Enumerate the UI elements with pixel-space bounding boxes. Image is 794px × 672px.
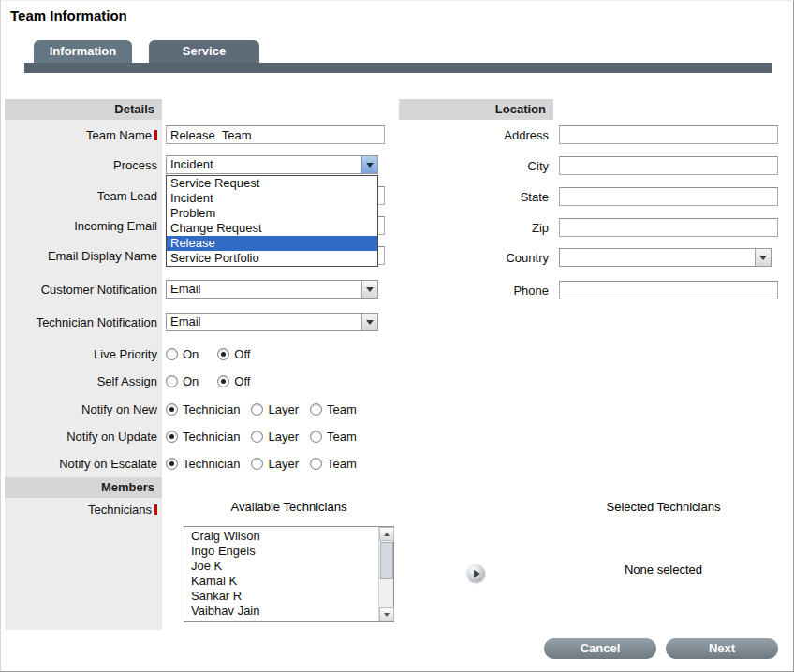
page-title: Team Information	[10, 7, 127, 23]
dropdown-arrow-icon	[755, 249, 771, 266]
cancel-button[interactable]: Cancel	[544, 638, 656, 659]
live-priority-radiogroup: On Off	[166, 344, 269, 363]
zip-input[interactable]	[559, 218, 778, 237]
label-text: Team Lead	[97, 189, 157, 203]
radio-label: Technician	[183, 430, 240, 444]
notify-on-update-team-radio[interactable]: Team	[310, 430, 357, 444]
address-input[interactable]	[559, 125, 778, 144]
notify-on-new-layer-radio[interactable]: Layer	[251, 402, 299, 416]
notify-on-new-technician-radio[interactable]: Technician	[166, 402, 240, 416]
label-text: Zip	[532, 221, 549, 235]
technician-option[interactable]: Sankar R	[185, 589, 377, 604]
radio-label: Technician	[183, 457, 240, 471]
customer-notification-select[interactable]: Email	[166, 280, 378, 299]
dropdown-arrow-icon	[361, 156, 377, 173]
radio-label: Team	[327, 430, 357, 444]
required-marker	[154, 504, 157, 515]
technician-option[interactable]: Kamal K	[185, 574, 377, 589]
label-text: Live Priority	[94, 347, 157, 361]
process-label: Process	[5, 155, 157, 174]
city-input[interactable]	[559, 156, 778, 175]
radio-label: Layer	[268, 402, 299, 416]
label-text: Incoming Email	[74, 219, 157, 233]
details-section-header: Details	[5, 99, 162, 120]
scroll-down-icon[interactable]	[379, 607, 394, 621]
notify-on-escalate-layer-radio[interactable]: Layer	[251, 457, 299, 471]
live-priority-off-radio[interactable]: Off	[217, 347, 250, 361]
process-option[interactable]: Service Request	[167, 176, 377, 191]
process-option[interactable]: Change Request	[167, 221, 377, 236]
label-text: Notify on Escalate	[59, 457, 157, 471]
label-text: Self Assign	[97, 374, 157, 388]
notify-on-update-layer-radio[interactable]: Layer	[251, 430, 299, 444]
radio-label: Layer	[268, 430, 299, 444]
radio-label: Off	[234, 374, 250, 388]
members-section-header: Members	[5, 477, 162, 498]
process-option[interactable]: Service Portfolio	[167, 251, 377, 266]
tab-service[interactable]: Service	[149, 40, 259, 63]
radio-selected-icon	[217, 348, 229, 360]
radio-icon	[251, 403, 263, 416]
live-priority-label: Live Priority	[5, 344, 157, 363]
radio-icon	[310, 431, 322, 443]
process-option-highlighted[interactable]: Release	[167, 236, 377, 251]
process-option[interactable]: Problem	[167, 206, 377, 221]
team-name-input[interactable]	[166, 125, 385, 144]
scroll-thumb[interactable]	[380, 542, 393, 579]
move-right-button[interactable]	[467, 564, 485, 582]
tab-information[interactable]: Information	[34, 40, 132, 63]
technician-option[interactable]: Ingo Engels	[185, 544, 377, 559]
label-text: Phone	[513, 284, 549, 298]
dropdown-arrow-icon	[361, 281, 377, 298]
state-input[interactable]	[559, 187, 778, 206]
notify-on-escalate-label: Notify on Escalate	[5, 454, 157, 473]
notify-on-update-technician-radio[interactable]: Technician	[166, 430, 240, 444]
technician-notification-label: Technician Notification	[5, 313, 157, 331]
next-button[interactable]: Next	[666, 638, 778, 659]
radio-selected-icon	[217, 375, 229, 387]
label-text: Process	[113, 158, 157, 172]
selected-technicians-title: Selected Technicians	[558, 500, 769, 514]
phone-input[interactable]	[559, 281, 778, 299]
radio-label: Technician	[183, 402, 240, 416]
listbox-scrollbar[interactable]	[378, 527, 393, 621]
self-assign-off-radio[interactable]: Off	[217, 374, 250, 388]
city-label: City	[399, 156, 549, 175]
radio-label: On	[183, 347, 198, 361]
scroll-up-icon[interactable]	[379, 527, 394, 541]
process-options-list: Service Request Incident Problem Change …	[166, 175, 378, 267]
radio-selected-icon	[166, 403, 178, 416]
notify-on-escalate-radiogroup: Technician Layer Team	[166, 454, 368, 473]
country-label: Country	[399, 248, 549, 267]
technician-option[interactable]: Craig Wilson	[185, 529, 377, 544]
available-technicians-list[interactable]: Craig Wilson Ingo Engels Joe K Kamal K S…	[184, 526, 394, 622]
label-text: Technicians	[88, 503, 152, 517]
process-select[interactable]: Incident	[166, 155, 378, 174]
technician-option[interactable]: Joe K	[185, 559, 377, 574]
label-text: Technician Notification	[37, 315, 157, 329]
self-assign-label: Self Assign	[5, 372, 157, 390]
label-text: Country	[506, 251, 549, 265]
radio-icon	[166, 375, 178, 387]
address-label: Address	[399, 125, 549, 144]
technician-notification-select[interactable]: Email	[166, 313, 378, 331]
none-selected-text: None selected	[558, 562, 769, 577]
radio-label: Team	[327, 402, 357, 416]
location-section-header: Location	[399, 99, 553, 120]
technician-option[interactable]: Vaibhav Jain	[185, 604, 377, 619]
country-select[interactable]	[559, 248, 772, 267]
customer-notification-label: Customer Notification	[5, 280, 157, 299]
notify-on-new-radiogroup: Technician Layer Team	[166, 400, 368, 418]
live-priority-on-radio[interactable]: On	[166, 347, 198, 361]
self-assign-on-radio[interactable]: On	[166, 374, 198, 388]
notify-on-escalate-team-radio[interactable]: Team	[310, 457, 357, 471]
required-marker	[154, 130, 157, 140]
notify-on-escalate-technician-radio[interactable]: Technician	[166, 457, 240, 471]
notify-on-new-label: Notify on New	[5, 400, 157, 418]
process-option[interactable]: Incident	[167, 191, 377, 206]
available-technicians-title: Available Technicians	[184, 500, 394, 514]
label-text: Notify on New	[81, 402, 157, 416]
radio-label: On	[183, 374, 198, 388]
notify-on-new-team-radio[interactable]: Team	[310, 402, 357, 416]
radio-selected-icon	[166, 431, 178, 443]
